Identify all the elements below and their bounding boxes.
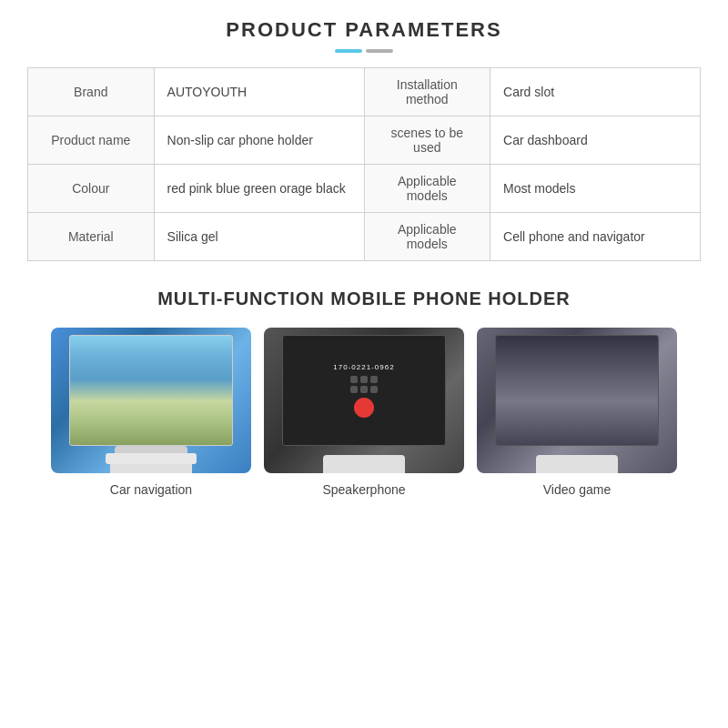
label-cell: Product name bbox=[28, 116, 155, 165]
table-row-0: Brand AUTOYOUTH Installation method Card… bbox=[28, 68, 701, 116]
holder-base bbox=[110, 455, 192, 473]
value-cell: Card slot bbox=[490, 68, 701, 116]
keypad-dot bbox=[350, 376, 358, 383]
speakerphone-card: 170-0221-0962 Speakerphone bbox=[264, 328, 464, 497]
value-cell: Car dashboard bbox=[490, 116, 701, 165]
title-decoration bbox=[27, 49, 701, 53]
label-cell: Applicable models bbox=[364, 213, 490, 261]
underline-blue bbox=[335, 49, 362, 53]
keypad-dot bbox=[360, 376, 368, 383]
label-cell: Applicable models bbox=[364, 165, 490, 213]
page: PRODUCT PARAMETERS Brand AUTOYOUTH Insta… bbox=[0, 0, 728, 728]
table-row-2: Colour red pink blue green orage black A… bbox=[28, 165, 701, 213]
call-screen: 170-0221-0962 bbox=[282, 335, 446, 446]
table-row-1: Product name Non-slip car phone holder s… bbox=[28, 116, 701, 165]
label-cell: scenes to be used bbox=[364, 116, 490, 165]
product-images-row: Car navigation 170-0221-0962 bbox=[27, 328, 701, 497]
car-navigation-image bbox=[51, 328, 251, 473]
call-number: 170-0221-0962 bbox=[333, 363, 394, 371]
holder-base bbox=[536, 455, 618, 473]
keypad-dot bbox=[350, 386, 358, 393]
value-cell: Non-slip car phone holder bbox=[154, 116, 364, 165]
video-game-image bbox=[477, 328, 677, 473]
game-screen bbox=[495, 335, 659, 446]
keypad-dot bbox=[360, 386, 368, 393]
multi-function-title: MULTI-FUNCTION MOBILE PHONE HOLDER bbox=[27, 288, 701, 309]
car-navigation-card: Car navigation bbox=[51, 328, 251, 497]
car-navigation-label: Car navigation bbox=[110, 482, 192, 497]
parameters-table: Brand AUTOYOUTH Installation method Card… bbox=[27, 67, 701, 261]
value-cell: red pink blue green orage black bbox=[154, 165, 364, 213]
value-cell: Silica gel bbox=[154, 213, 364, 261]
label-cell: Brand bbox=[28, 68, 155, 116]
video-game-card: Video game bbox=[477, 328, 677, 497]
end-call-button bbox=[354, 398, 374, 418]
keypad-dot bbox=[370, 386, 378, 393]
value-cell: AUTOYOUTH bbox=[154, 68, 364, 116]
call-keypad bbox=[350, 376, 378, 393]
map-screen bbox=[69, 335, 233, 446]
value-cell: Cell phone and navigator bbox=[490, 213, 701, 261]
value-cell: Most models bbox=[490, 165, 701, 213]
keypad-dot bbox=[370, 376, 378, 383]
label-cell: Colour bbox=[28, 165, 155, 213]
label-cell: Material bbox=[28, 213, 155, 261]
label-cell: Installation method bbox=[364, 68, 490, 116]
underline-gray bbox=[366, 49, 393, 53]
video-game-label: Video game bbox=[543, 482, 611, 497]
table-row-3: Material Silica gel Applicable models Ce… bbox=[28, 213, 701, 261]
multi-function-section: MULTI-FUNCTION MOBILE PHONE HOLDER Car n… bbox=[27, 288, 701, 497]
speakerphone-image: 170-0221-0962 bbox=[264, 328, 464, 473]
product-parameters-title: PRODUCT PARAMETERS bbox=[27, 18, 701, 42]
product-parameters-section: PRODUCT PARAMETERS Brand AUTOYOUTH Insta… bbox=[27, 18, 701, 261]
holder-base bbox=[323, 455, 405, 473]
speakerphone-label: Speakerphone bbox=[322, 482, 405, 497]
